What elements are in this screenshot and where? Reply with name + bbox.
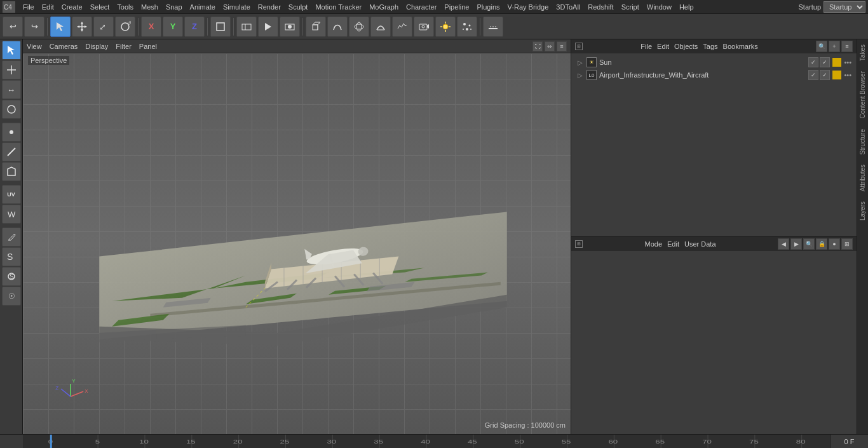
poly-mode-btn[interactable] [2, 162, 21, 181]
menu-item-create[interactable]: Create [58, 2, 86, 12]
obj-menu-file[interactable]: File [641, 43, 652, 50]
menu-item-pipeline[interactable]: Pipeline [440, 2, 473, 12]
layout-dropdown[interactable]: Startup [824, 1, 865, 13]
axis-x-btn[interactable]: X [141, 17, 161, 37]
uv-btn[interactable]: UV [2, 185, 21, 204]
attr-prev-btn[interactable]: ◀ [778, 238, 789, 250]
obj-add-btn[interactable]: + [829, 41, 840, 52]
obj-menu-edit[interactable]: Edit [657, 43, 669, 50]
obj-item-airport[interactable]: ▷ L0 Airport_Infrastructure_With_Aircraf… [574, 69, 854, 81]
side-tab-layers[interactable]: Layers [857, 196, 868, 226]
spline-btn[interactable] [327, 17, 348, 37]
particles-btn[interactable] [457, 17, 477, 37]
attr-menu-edit[interactable]: Edit [667, 240, 679, 248]
side-tab-attributes[interactable]: Attributes [857, 160, 868, 196]
select-tool-btn[interactable] [2, 41, 21, 60]
menu-item-render[interactable]: Render [254, 2, 285, 12]
svg-point-26 [422, 25, 424, 28]
menu-item-character[interactable]: Character [402, 2, 440, 12]
airport-scene-svg: X Y Z [23, 53, 571, 434]
vp-menu-cameras[interactable]: Cameras [50, 43, 78, 50]
menu-item-select[interactable]: Select [86, 2, 114, 12]
attr-lock-btn[interactable]: 🔒 [816, 238, 827, 250]
menu-item-plugins[interactable]: Plugins [473, 2, 503, 12]
undo-btn[interactable]: ↩ [3, 17, 23, 37]
obj-mode-btn[interactable] [210, 17, 231, 37]
vp-menu-display[interactable]: Display [85, 43, 108, 50]
attr-search-btn[interactable]: 🔍 [803, 238, 815, 250]
menu-item-motion-tracker[interactable]: Motion Tracker [311, 2, 365, 12]
magnet-btn[interactable]: S [2, 247, 21, 266]
menu-item-edit[interactable]: Edit [38, 2, 58, 12]
side-tab-content[interactable]: Content Browser [857, 66, 868, 123]
weight-btn[interactable]: W [2, 205, 21, 224]
axis-y-btn[interactable]: Y [163, 17, 183, 37]
camera-btn[interactable] [414, 17, 434, 37]
rotate-tool-btn[interactable] [2, 100, 21, 119]
menu-item-file[interactable]: File [19, 2, 38, 12]
knife-btn[interactable] [2, 227, 21, 247]
vp-arrows-btn[interactable]: ⇔ [545, 41, 555, 51]
timeline-track[interactable]: 0 5 10 15 20 25 30 35 40 45 50 [23, 435, 830, 448]
obj-render-btn-airport[interactable]: ✓ [820, 70, 830, 80]
side-tab-structure[interactable]: Structure [857, 124, 868, 160]
menu-item-script[interactable]: Script [618, 2, 643, 12]
floor-btn[interactable] [483, 17, 503, 37]
cube-btn[interactable] [306, 17, 326, 37]
vp-menu-panel[interactable]: Panel [139, 43, 157, 50]
menu-item-sculpt[interactable]: Sculpt [285, 2, 312, 12]
attr-settings-btn[interactable]: ⊞ [841, 238, 853, 250]
edge-mode-btn[interactable] [2, 142, 21, 161]
point-mode-btn[interactable] [2, 123, 21, 142]
render-settings-btn[interactable] [280, 17, 300, 37]
scale-btn[interactable]: ⤢ [93, 17, 114, 37]
menu-item-3dtoall[interactable]: 3DToAll [552, 2, 584, 12]
menu-item-tools[interactable]: Tools [113, 2, 137, 12]
obj-search-btn[interactable]: 🔍 [816, 41, 827, 52]
menu-item-mesh[interactable]: Mesh [137, 2, 162, 12]
vp-menu-filter[interactable]: Filter [116, 43, 131, 50]
menu-item-redshift[interactable]: Redshift [584, 2, 617, 12]
light-btn[interactable] [435, 17, 456, 37]
attr-menu-userdata[interactable]: User Data [684, 240, 716, 248]
select-mode-btn[interactable] [50, 17, 71, 37]
menu-item-mograph[interactable]: MoGraph [365, 2, 402, 12]
grab-btn[interactable]: ☉ [2, 287, 21, 306]
attr-record-btn[interactable]: ● [829, 238, 840, 250]
menu-item-v-ray-bridge[interactable]: V-Ray Bridge [504, 2, 553, 12]
env-btn[interactable] [392, 17, 412, 37]
render-region-btn[interactable] [236, 17, 257, 37]
objects-collapse-btn[interactable]: ⊞ [575, 43, 583, 50]
obj-item-sun[interactable]: ▷ ☀ Sun ✓ ✓ ••• [574, 56, 854, 69]
menu-item-animate[interactable]: Animate [186, 2, 219, 12]
menu-item-window[interactable]: Window [643, 2, 675, 12]
deformer-btn[interactable] [370, 17, 391, 37]
render-btn[interactable] [258, 17, 278, 37]
axis-z-btn[interactable]: Z [184, 17, 205, 37]
attr-collapse-btn[interactable]: ⊞ [575, 240, 583, 248]
obj-render-btn-sun[interactable]: ✓ [820, 57, 830, 67]
redo-btn[interactable]: ↪ [24, 17, 44, 37]
obj-menu-bookmarks[interactable]: Bookmarks [723, 43, 758, 50]
side-tab-takes[interactable]: Takes [857, 39, 868, 66]
obj-menu-tags[interactable]: Tags [703, 43, 717, 50]
obj-vis-btn-sun[interactable]: ✓ [808, 57, 818, 67]
scale-tool-btn[interactable]: ↔ [2, 80, 21, 99]
paint-btn[interactable]: S [2, 267, 21, 286]
rotate-btn[interactable]: ↺ [115, 17, 135, 37]
obj-filter-btn[interactable]: ≡ [841, 41, 853, 52]
move-btn[interactable] [72, 17, 92, 37]
menu-item-snap[interactable]: Snap [162, 2, 186, 12]
obj-menu-objects[interactable]: Objects [674, 43, 698, 50]
attr-menu-mode[interactable]: Mode [644, 240, 662, 248]
nurbs-btn[interactable] [349, 17, 369, 37]
vp-menu-view[interactable]: View [27, 43, 42, 50]
menu-item-help[interactable]: Help [675, 2, 698, 12]
viewport-content[interactable]: X Y Z Perspective Grid Spacing : 100000 … [23, 53, 571, 434]
vp-maximize-btn[interactable]: ⛶ [532, 41, 543, 51]
move-tool-btn[interactable] [2, 60, 21, 79]
menu-item-simulate[interactable]: Simulate [219, 2, 254, 12]
obj-vis-btn-airport[interactable]: ✓ [808, 70, 818, 80]
attr-next-btn[interactable]: ▶ [790, 238, 802, 250]
vp-settings-btn[interactable]: ≡ [557, 41, 567, 51]
